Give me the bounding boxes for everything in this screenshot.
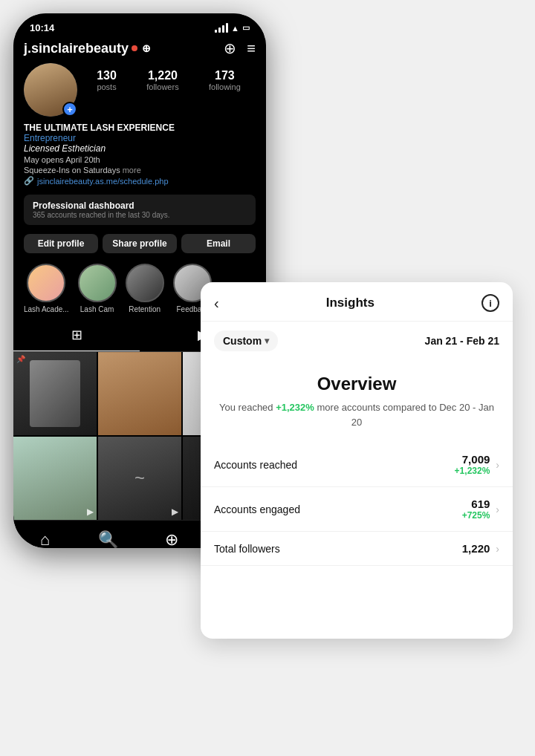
email-button[interactable]: Email bbox=[181, 234, 256, 253]
info-button[interactable]: i bbox=[482, 294, 499, 312]
reel-icon: ▶ bbox=[87, 506, 94, 517]
post-cell[interactable] bbox=[98, 352, 181, 435]
edit-profile-button[interactable]: Edit profile bbox=[24, 234, 98, 253]
add-post-icon: ⊕ bbox=[165, 530, 178, 548]
menu-icon[interactable]: ≡ bbox=[247, 40, 256, 57]
threads-icon: ⊕ bbox=[142, 42, 151, 54]
followers-stat[interactable]: 1,220 followers bbox=[146, 69, 178, 91]
link-icon: 🔗 bbox=[24, 176, 34, 186]
search-nav[interactable]: 🔍 bbox=[97, 528, 120, 548]
overview-description: You reached +1,232% more accounts compar… bbox=[214, 400, 499, 429]
highlight-circle bbox=[126, 264, 164, 302]
professional-dashboard[interactable]: Professional dashboard 365 accounts reac… bbox=[24, 195, 256, 225]
custom-dropdown[interactable]: Custom ▾ bbox=[214, 330, 278, 351]
overview-title: Overview bbox=[214, 374, 499, 394]
share-profile-button[interactable]: Share profile bbox=[103, 234, 177, 253]
signal-icon bbox=[215, 23, 228, 33]
search-icon: 🔍 bbox=[98, 530, 118, 548]
total-followers-row[interactable]: Total followers 1,220 › bbox=[201, 532, 513, 566]
profile-header: j.sinclairebeauty ⊕ ⊕ ≡ bbox=[13, 36, 266, 63]
username-display: j.sinclairebeauty ⊕ bbox=[24, 41, 151, 56]
bio-link[interactable]: 🔗 jsinclairebeauty.as.me/schedule.php bbox=[24, 176, 256, 186]
highlight-item[interactable]: Retention bbox=[126, 264, 164, 313]
pin-icon: 📌 bbox=[16, 355, 25, 363]
home-nav[interactable]: ⌂ bbox=[33, 528, 57, 548]
grid-icon: ⊞ bbox=[71, 327, 82, 343]
highlight-circle bbox=[78, 264, 117, 302]
post-cell[interactable]: 📌 bbox=[13, 352, 97, 435]
posts-stat[interactable]: 130 posts bbox=[97, 69, 117, 91]
highlight-item[interactable]: Lash Acade... bbox=[24, 264, 69, 313]
add-post-nav[interactable]: ⊕ bbox=[160, 528, 184, 548]
chevron-right-icon: › bbox=[496, 459, 499, 471]
tab-grid[interactable]: ⊞ bbox=[13, 319, 140, 351]
status-icons: ▲ ▭ bbox=[215, 23, 250, 33]
overview-section: Overview You reached +1,232% more accoun… bbox=[201, 360, 513, 437]
bio-line1: May opens April 20th bbox=[24, 155, 256, 164]
verified-dot bbox=[132, 45, 137, 51]
battery-icon: ▭ bbox=[242, 23, 250, 33]
post-cell[interactable]: ▶ ~ bbox=[98, 437, 181, 520]
date-range-display: Jan 21 - Feb 21 bbox=[425, 335, 499, 347]
insights-controls: Custom ▾ Jan 21 - Feb 21 bbox=[201, 322, 513, 360]
avatar-wrap: + bbox=[24, 63, 77, 117]
insights-panel: ‹ Insights i Custom ▾ Jan 21 - Feb 21 Ov… bbox=[201, 282, 513, 639]
stat-items: 130 posts 1,220 followers 173 following bbox=[82, 63, 256, 91]
add-icon[interactable]: ⊕ bbox=[224, 39, 236, 57]
stats-row: + 130 posts 1,220 followers 173 followin… bbox=[13, 63, 266, 117]
insights-title: Insights bbox=[326, 296, 374, 310]
back-button[interactable]: ‹ bbox=[214, 295, 219, 312]
chevron-right-icon: › bbox=[496, 543, 499, 555]
wifi-icon: ▲ bbox=[231, 24, 239, 33]
highlight-item[interactable]: Lash Cam bbox=[78, 264, 117, 313]
insights-header: ‹ Insights i bbox=[201, 282, 513, 322]
accounts-reached-row[interactable]: Accounts reached 7,009 +1,232% › bbox=[201, 443, 513, 487]
status-bar: 10:14 ▲ ▭ bbox=[13, 13, 266, 36]
bio-section: THE ULTIMATE LASH EXPERIENCE Entrepreneu… bbox=[13, 117, 266, 190]
chevron-right-icon: › bbox=[496, 504, 499, 515]
time-display: 10:14 bbox=[30, 22, 54, 33]
header-icons: ⊕ ≡ bbox=[224, 39, 256, 57]
action-buttons: Edit profile Share profile Email bbox=[13, 229, 266, 258]
highlight-circle bbox=[27, 264, 65, 302]
avatar-plus-button[interactable]: + bbox=[62, 102, 77, 117]
home-icon: ⌂ bbox=[40, 530, 50, 548]
following-stat[interactable]: 173 following bbox=[209, 69, 241, 91]
accounts-engaged-row[interactable]: Accounts engaged 619 +725% › bbox=[201, 487, 513, 532]
reel-icon: ▶ bbox=[172, 506, 178, 517]
bio-line2: Squeeze-Ins on Saturdays more bbox=[24, 166, 256, 175]
metrics-list: Accounts reached 7,009 +1,232% › Account… bbox=[201, 437, 513, 572]
chevron-down-icon: ▾ bbox=[265, 336, 269, 346]
post-cell[interactable]: ▶ bbox=[13, 437, 97, 520]
dropdown-label: Custom bbox=[223, 335, 262, 347]
